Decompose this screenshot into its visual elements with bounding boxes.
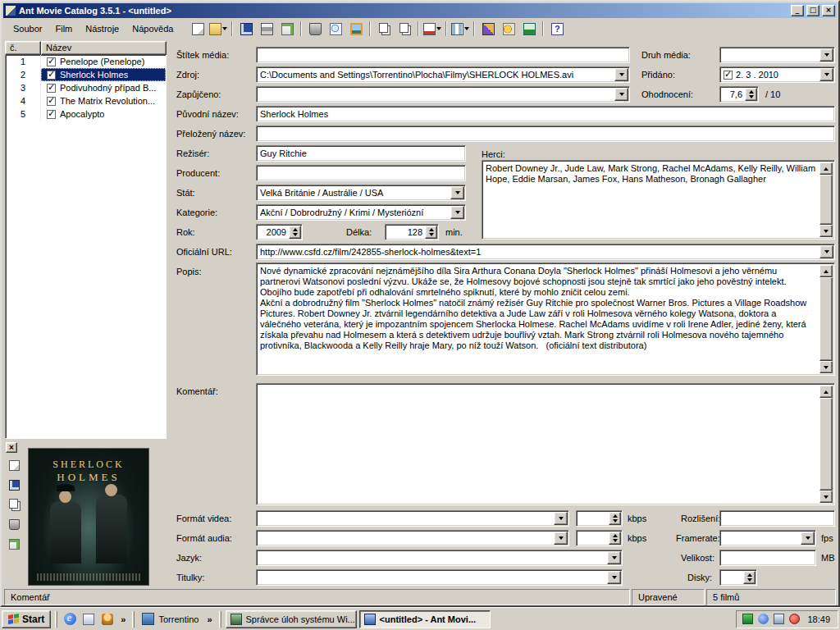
close-picture-button[interactable]: × (6, 442, 17, 453)
spinner-icon[interactable] (743, 571, 756, 584)
delete-picture-button[interactable] (7, 517, 21, 532)
tray-antivirus-icon[interactable] (742, 614, 753, 624)
movie-row[interactable]: 4 The Matrix Revolution... (6, 94, 166, 107)
audio-bitrate-field[interactable] (576, 530, 623, 546)
movies-button[interactable] (478, 20, 498, 38)
menu-napoveda[interactable]: Nápověda (126, 21, 180, 36)
picture-button[interactable] (346, 20, 366, 38)
scroll-down-icon[interactable] (819, 491, 833, 503)
column-header-title[interactable]: Název (41, 41, 167, 55)
checkbox[interactable] (47, 110, 56, 119)
comments-textarea[interactable] (256, 383, 835, 505)
director-input[interactable]: Guy Ritchie (256, 145, 466, 162)
tray-alert-icon[interactable] (789, 614, 800, 624)
checkbox[interactable] (47, 57, 56, 66)
producer-input[interactable] (256, 165, 466, 181)
language-combo[interactable] (256, 550, 623, 566)
scrollbar[interactable] (819, 265, 833, 373)
toolbar-grip[interactable] (219, 611, 221, 628)
chevron-down-icon[interactable] (614, 68, 628, 81)
taskbar-button-ant-movie-catalog[interactable]: <untitled> - Ant Movi... (359, 610, 491, 628)
load-picture-button[interactable] (7, 458, 21, 472)
scrollbar[interactable] (819, 162, 833, 237)
sounds-button[interactable] (499, 20, 518, 38)
scrollbar[interactable] (819, 386, 833, 503)
chevron-down-icon[interactable] (554, 512, 568, 525)
chevron-down-icon[interactable] (819, 48, 833, 62)
open-file-button[interactable] (208, 20, 228, 38)
source-combo[interactable]: C:\Documents and Settings\Torrentino\Plo… (256, 66, 630, 83)
scroll-thumb[interactable] (819, 398, 833, 491)
paste-button[interactable] (395, 20, 414, 38)
new-file-button[interactable] (188, 20, 208, 38)
spinner-icon[interactable] (745, 88, 757, 101)
fields-button[interactable] (450, 20, 470, 38)
checkbox[interactable] (47, 71, 56, 80)
media-label-input[interactable] (256, 47, 630, 63)
spinner-icon[interactable] (609, 512, 621, 525)
translated-title-input[interactable] (256, 126, 835, 142)
quicklaunch-ie-button[interactable] (62, 611, 78, 628)
toolbar-grip[interactable] (132, 611, 135, 628)
import-button[interactable] (422, 20, 442, 38)
movie-row[interactable]: 5 Apocalypto (6, 107, 166, 121)
taskbar-button-task-manager[interactable]: Správce úloh systému Wi... (226, 610, 357, 628)
torrentino-overflow-chevron[interactable]: » (204, 614, 214, 624)
minimize-button[interactable]: _ (791, 5, 804, 16)
framerate-combo[interactable] (719, 530, 816, 546)
torrentino-toolbar[interactable]: Torrentino (139, 613, 202, 625)
video-format-combo[interactable] (256, 510, 569, 527)
copy-button[interactable] (374, 20, 394, 38)
spinner-icon[interactable] (425, 226, 437, 239)
spinner-icon[interactable] (289, 226, 301, 239)
original-title-input[interactable]: Sherlock Holmes (256, 106, 835, 122)
quicklaunch-mail-button[interactable] (80, 611, 97, 628)
length-field[interactable]: 128 (385, 224, 439, 240)
menu-nastroje[interactable]: Nástroje (79, 21, 126, 36)
search-button[interactable] (326, 20, 345, 38)
video-bitrate-field[interactable] (576, 510, 623, 527)
actors-textarea[interactable]: Robert Downey Jr., Jude Law, Mark Strong… (482, 160, 835, 240)
description-textarea[interactable]: Nové dynamické zpracování nejznámějšího … (256, 262, 835, 376)
url-combo[interactable]: http://www.csfd.cz/film/242855-sherlock-… (256, 244, 835, 260)
toolbar-grip[interactable] (55, 611, 57, 628)
chevron-down-icon[interactable] (614, 88, 628, 101)
help-button[interactable] (547, 20, 567, 38)
movie-row-selected[interactable]: 2 Sherlock Holmes (6, 68, 166, 81)
country-combo[interactable]: Velká Británie / Austrálie / USA (256, 185, 466, 201)
borrowed-combo[interactable] (256, 86, 630, 103)
save-picture-button[interactable] (7, 477, 21, 492)
restore-button[interactable]: □ (806, 5, 819, 16)
chevron-down-icon[interactable] (801, 532, 815, 545)
menu-film[interactable]: Film (48, 21, 79, 36)
chevron-down-icon[interactable] (607, 551, 621, 564)
date-added-combo[interactable]: 2. 3 . 2010 (719, 66, 835, 83)
menu-soubor[interactable]: Soubor (7, 21, 48, 36)
quicklaunch-overflow-chevron[interactable]: » (118, 614, 128, 624)
movie-poster[interactable]: SHERLOCK HOLMES (28, 448, 149, 586)
chevron-down-icon[interactable] (607, 571, 621, 584)
chevron-down-icon[interactable] (450, 186, 464, 199)
tray-update-icon[interactable] (758, 614, 769, 624)
resolution-input[interactable] (719, 510, 835, 527)
close-button[interactable]: × (822, 5, 835, 16)
export-button[interactable] (277, 20, 297, 38)
chevron-down-icon[interactable] (450, 206, 464, 219)
movie-row[interactable]: 3 Podivuhodný případ B... (6, 81, 166, 94)
spinner-icon[interactable] (609, 532, 621, 545)
subtitles-combo[interactable] (256, 569, 623, 586)
year-field[interactable]: 2009 (256, 224, 303, 240)
column-header-number[interactable]: č. (5, 41, 41, 55)
print-button[interactable] (257, 20, 276, 38)
scroll-up-icon[interactable] (819, 162, 833, 175)
tray-network-icon[interactable] (774, 614, 784, 624)
chevron-down-icon[interactable] (819, 245, 833, 258)
save-button[interactable] (236, 20, 256, 38)
scroll-thumb[interactable] (819, 175, 833, 225)
chevron-down-icon[interactable] (554, 532, 568, 545)
chevron-down-icon[interactable] (819, 68, 833, 81)
size-input[interactable] (719, 550, 816, 566)
delete-record-button[interactable] (305, 20, 325, 38)
category-combo[interactable]: Akční / Dobrodružný / Krimi / Mysteriózn… (256, 204, 466, 221)
rating-field[interactable]: 7,6 (719, 86, 759, 103)
